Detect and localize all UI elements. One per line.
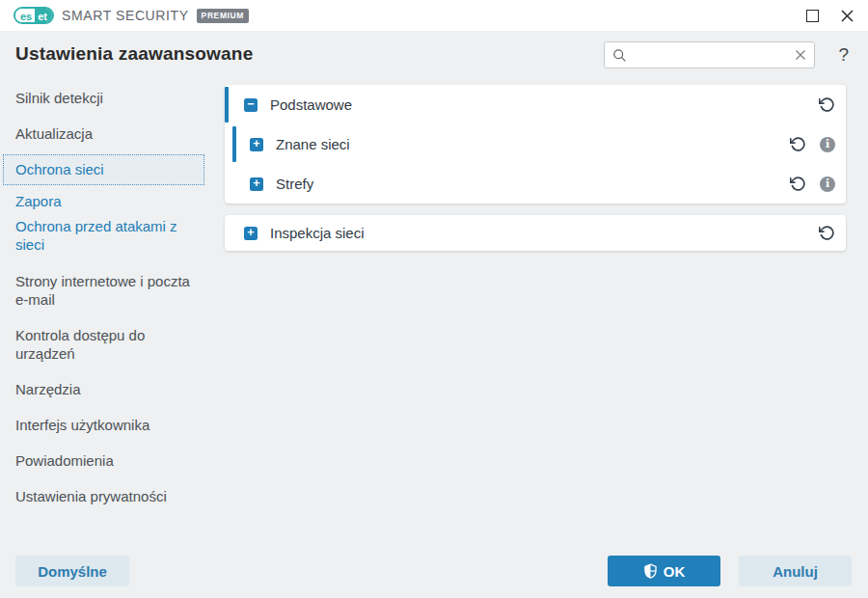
info-icon[interactable]: i: [820, 177, 835, 192]
settings-row-znane-sieci[interactable]: + Znane sieci i: [225, 124, 846, 164]
modified-marker: [225, 87, 229, 122]
revert-icon[interactable]: [790, 136, 806, 152]
maximize-icon[interactable]: [806, 10, 819, 22]
settings-group-basic: − Podstawowe + Znane sieci i + Strefy: [225, 85, 846, 204]
sidebar-item-user-interface[interactable]: Interfejs użytkownika: [15, 416, 204, 434]
settings-nav: Silnik detekcji Aktualizacja Ochrona sie…: [15, 89, 204, 523]
sidebar-item-tools[interactable]: Narzędzia: [15, 380, 204, 398]
sidebar-item-detection-engine[interactable]: Silnik detekcji: [15, 89, 204, 107]
sidebar-item-privacy-settings[interactable]: Ustawienia prywatności: [15, 487, 204, 505]
window-titlebar: eset SMART SECURITY PREMIUM: [0, 0, 868, 31]
product-name: SMART SECURITY: [62, 8, 189, 23]
eset-logo-mark: eset: [14, 7, 54, 24]
ok-button[interactable]: OK: [608, 556, 720, 586]
sidebar-item-notifications[interactable]: Powiadomienia: [15, 451, 204, 470]
modified-marker: [232, 126, 236, 162]
search-icon: [612, 48, 627, 63]
settings-row-inspekcja-sieci[interactable]: + Inspekcja sieci: [225, 215, 846, 251]
revert-icon[interactable]: [819, 96, 835, 113]
sidebar-item-network-attack-protection[interactable]: Ochrona przed atakami z sieci: [15, 217, 204, 254]
sidebar-item-update[interactable]: Aktualizacja: [15, 124, 204, 143]
info-icon[interactable]: i: [820, 137, 835, 152]
expand-icon[interactable]: +: [244, 227, 258, 240]
help-icon[interactable]: ?: [838, 44, 849, 66]
search-clear-icon[interactable]: [795, 49, 806, 61]
expand-icon[interactable]: +: [250, 177, 263, 191]
sidebar-item-device-control[interactable]: Kontrola dostępu do urządzeń: [15, 326, 204, 363]
page-title: Ustawienia zaawansowane: [15, 43, 253, 65]
settings-row-strefy[interactable]: + Strefy i: [225, 164, 846, 204]
sidebar-item-network-protection[interactable]: Ochrona sieci: [3, 154, 204, 185]
eset-logo: eset SMART SECURITY PREMIUM: [14, 7, 249, 24]
search-box[interactable]: [604, 41, 815, 68]
settings-panel: − Podstawowe + Znane sieci i + Strefy: [225, 85, 846, 251]
sidebar-item-firewall[interactable]: Zapora: [15, 192, 204, 210]
defaults-button[interactable]: Domyślne: [15, 556, 129, 586]
collapse-icon[interactable]: −: [244, 98, 258, 112]
expand-icon[interactable]: +: [250, 138, 263, 151]
settings-row-podstawowe[interactable]: − Podstawowe: [225, 85, 846, 124]
search-input[interactable]: [633, 48, 789, 63]
sidebar-item-web-email[interactable]: Strony internetowe i poczta e-mail: [15, 272, 204, 309]
uac-shield-icon: [643, 563, 658, 579]
premium-badge: PREMIUM: [197, 9, 249, 23]
settings-group-network-inspection: + Inspekcja sieci: [225, 215, 846, 251]
cancel-button[interactable]: Anuluj: [739, 556, 852, 586]
revert-icon[interactable]: [819, 225, 835, 241]
close-icon[interactable]: [840, 9, 854, 23]
revert-icon[interactable]: [790, 176, 806, 192]
